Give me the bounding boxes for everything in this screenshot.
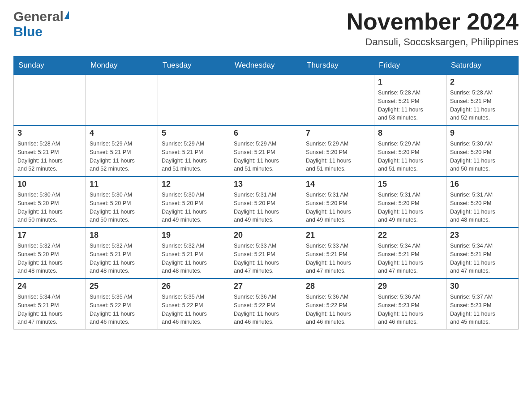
calendar-cell: 11Sunrise: 5:30 AMSunset: 5:20 PMDayligh…: [86, 176, 158, 227]
day-number: 23: [450, 231, 515, 240]
day-info: Sunrise: 5:32 AMSunset: 5:20 PMDaylight:…: [17, 242, 82, 275]
weekday-header-row: SundayMondayTuesdayWednesdayThursdayFrid…: [14, 56, 519, 75]
calendar-week-row: 17Sunrise: 5:32 AMSunset: 5:20 PMDayligh…: [14, 227, 519, 278]
day-info: Sunrise: 5:31 AMSunset: 5:20 PMDaylight:…: [234, 191, 298, 224]
day-number: 12: [162, 180, 226, 189]
day-number: 8: [378, 128, 442, 138]
day-number: 5: [162, 128, 226, 138]
day-number: 7: [306, 128, 370, 138]
day-info: Sunrise: 5:36 AMSunset: 5:22 PMDaylight:…: [306, 293, 370, 326]
calendar-cell: 30Sunrise: 5:37 AMSunset: 5:23 PMDayligh…: [446, 278, 519, 330]
calendar-cell: [14, 75, 86, 126]
day-number: 3: [17, 128, 82, 138]
day-number: 25: [90, 282, 154, 291]
day-number: 30: [450, 282, 515, 291]
calendar-cell: 26Sunrise: 5:35 AMSunset: 5:22 PMDayligh…: [158, 278, 230, 330]
calendar-cell: 22Sunrise: 5:34 AMSunset: 5:21 PMDayligh…: [374, 227, 446, 278]
calendar-week-row: 3Sunrise: 5:28 AMSunset: 5:21 PMDaylight…: [14, 125, 519, 176]
day-info: Sunrise: 5:33 AMSunset: 5:21 PMDaylight:…: [306, 242, 370, 275]
day-number: 18: [90, 231, 154, 240]
day-number: 21: [306, 231, 370, 240]
calendar-cell: 21Sunrise: 5:33 AMSunset: 5:21 PMDayligh…: [302, 227, 374, 278]
calendar-cell: 2Sunrise: 5:28 AMSunset: 5:21 PMDaylight…: [446, 75, 519, 126]
day-info: Sunrise: 5:29 AMSunset: 5:21 PMDaylight:…: [90, 140, 154, 173]
day-number: 9: [450, 128, 515, 138]
calendar-cell: 3Sunrise: 5:28 AMSunset: 5:21 PMDaylight…: [14, 125, 86, 176]
logo-blue: Blue: [13, 24, 43, 39]
day-info: Sunrise: 5:30 AMSunset: 5:20 PMDaylight:…: [17, 191, 82, 224]
calendar-cell: 15Sunrise: 5:31 AMSunset: 5:20 PMDayligh…: [374, 176, 446, 227]
day-number: 6: [234, 128, 298, 138]
weekday-header-friday: Friday: [374, 56, 446, 75]
day-number: 16: [450, 180, 515, 189]
day-info: Sunrise: 5:30 AMSunset: 5:20 PMDaylight:…: [162, 191, 226, 224]
weekday-header-monday: Monday: [86, 56, 158, 75]
weekday-header-saturday: Saturday: [446, 56, 519, 75]
calendar-cell: 8Sunrise: 5:29 AMSunset: 5:20 PMDaylight…: [374, 125, 446, 176]
page-header: General Blue November 2024 Dansuli, Socc…: [13, 9, 519, 48]
calendar-cell: 19Sunrise: 5:32 AMSunset: 5:21 PMDayligh…: [158, 227, 230, 278]
weekday-header-wednesday: Wednesday: [230, 56, 302, 75]
calendar-cell: 7Sunrise: 5:29 AMSunset: 5:20 PMDaylight…: [302, 125, 374, 176]
calendar-week-row: 10Sunrise: 5:30 AMSunset: 5:20 PMDayligh…: [14, 176, 519, 227]
calendar-cell: [302, 75, 374, 126]
calendar-cell: 16Sunrise: 5:31 AMSunset: 5:20 PMDayligh…: [446, 176, 519, 227]
calendar-table: SundayMondayTuesdayWednesdayThursdayFrid…: [13, 56, 519, 330]
calendar-cell: 27Sunrise: 5:36 AMSunset: 5:22 PMDayligh…: [230, 278, 302, 330]
day-number: 13: [234, 180, 298, 189]
calendar-cell: 14Sunrise: 5:31 AMSunset: 5:20 PMDayligh…: [302, 176, 374, 227]
calendar-cell: 24Sunrise: 5:34 AMSunset: 5:21 PMDayligh…: [14, 278, 86, 330]
calendar-cell: 23Sunrise: 5:34 AMSunset: 5:21 PMDayligh…: [446, 227, 519, 278]
day-info: Sunrise: 5:35 AMSunset: 5:22 PMDaylight:…: [90, 293, 154, 326]
day-number: 10: [17, 180, 82, 189]
calendar-week-row: 1Sunrise: 5:28 AMSunset: 5:21 PMDaylight…: [14, 75, 519, 126]
title-block: November 2024 Dansuli, Soccsksargen, Phi…: [347, 9, 519, 48]
day-info: Sunrise: 5:34 AMSunset: 5:21 PMDaylight:…: [378, 242, 442, 275]
day-number: 1: [378, 77, 442, 87]
day-number: 17: [17, 231, 82, 240]
day-info: Sunrise: 5:34 AMSunset: 5:21 PMDaylight:…: [17, 293, 82, 326]
calendar-cell: 13Sunrise: 5:31 AMSunset: 5:20 PMDayligh…: [230, 176, 302, 227]
day-number: 19: [162, 231, 226, 240]
day-info: Sunrise: 5:36 AMSunset: 5:23 PMDaylight:…: [378, 293, 442, 326]
day-number: 29: [378, 282, 442, 291]
calendar-cell: 20Sunrise: 5:33 AMSunset: 5:21 PMDayligh…: [230, 227, 302, 278]
calendar-cell: [230, 75, 302, 126]
calendar-cell: 10Sunrise: 5:30 AMSunset: 5:20 PMDayligh…: [14, 176, 86, 227]
day-number: 2: [450, 77, 515, 87]
weekday-header-sunday: Sunday: [14, 56, 86, 75]
day-info: Sunrise: 5:28 AMSunset: 5:21 PMDaylight:…: [378, 89, 442, 122]
calendar-cell: 9Sunrise: 5:30 AMSunset: 5:20 PMDaylight…: [446, 125, 519, 176]
calendar-cell: 6Sunrise: 5:29 AMSunset: 5:21 PMDaylight…: [230, 125, 302, 176]
day-number: 28: [306, 282, 370, 291]
day-info: Sunrise: 5:33 AMSunset: 5:21 PMDaylight:…: [234, 242, 298, 275]
logo-general: General: [13, 9, 64, 24]
calendar-cell: 1Sunrise: 5:28 AMSunset: 5:21 PMDaylight…: [374, 75, 446, 126]
calendar-cell: 17Sunrise: 5:32 AMSunset: 5:20 PMDayligh…: [14, 227, 86, 278]
day-number: 11: [90, 180, 154, 189]
calendar-cell: [86, 75, 158, 126]
weekday-header-thursday: Thursday: [302, 56, 374, 75]
day-number: 27: [234, 282, 298, 291]
calendar-cell: 4Sunrise: 5:29 AMSunset: 5:21 PMDaylight…: [86, 125, 158, 176]
day-info: Sunrise: 5:28 AMSunset: 5:21 PMDaylight:…: [450, 89, 515, 122]
day-info: Sunrise: 5:29 AMSunset: 5:21 PMDaylight:…: [162, 140, 226, 173]
calendar-cell: 28Sunrise: 5:36 AMSunset: 5:22 PMDayligh…: [302, 278, 374, 330]
day-number: 24: [17, 282, 82, 291]
day-info: Sunrise: 5:36 AMSunset: 5:22 PMDaylight:…: [234, 293, 298, 326]
calendar-cell: 29Sunrise: 5:36 AMSunset: 5:23 PMDayligh…: [374, 278, 446, 330]
day-info: Sunrise: 5:30 AMSunset: 5:20 PMDaylight:…: [90, 191, 154, 224]
calendar-cell: 25Sunrise: 5:35 AMSunset: 5:22 PMDayligh…: [86, 278, 158, 330]
calendar-cell: [158, 75, 230, 126]
day-info: Sunrise: 5:31 AMSunset: 5:20 PMDaylight:…: [378, 191, 442, 224]
day-info: Sunrise: 5:35 AMSunset: 5:22 PMDaylight:…: [162, 293, 226, 326]
logo-triangle-icon: [64, 11, 69, 19]
day-info: Sunrise: 5:31 AMSunset: 5:20 PMDaylight:…: [450, 191, 515, 224]
day-number: 4: [90, 128, 154, 138]
day-info: Sunrise: 5:30 AMSunset: 5:20 PMDaylight:…: [450, 140, 515, 173]
day-info: Sunrise: 5:37 AMSunset: 5:23 PMDaylight:…: [450, 293, 515, 326]
day-number: 15: [378, 180, 442, 189]
month-title: November 2024: [347, 9, 519, 34]
weekday-header-tuesday: Tuesday: [158, 56, 230, 75]
day-info: Sunrise: 5:29 AMSunset: 5:20 PMDaylight:…: [306, 140, 370, 173]
